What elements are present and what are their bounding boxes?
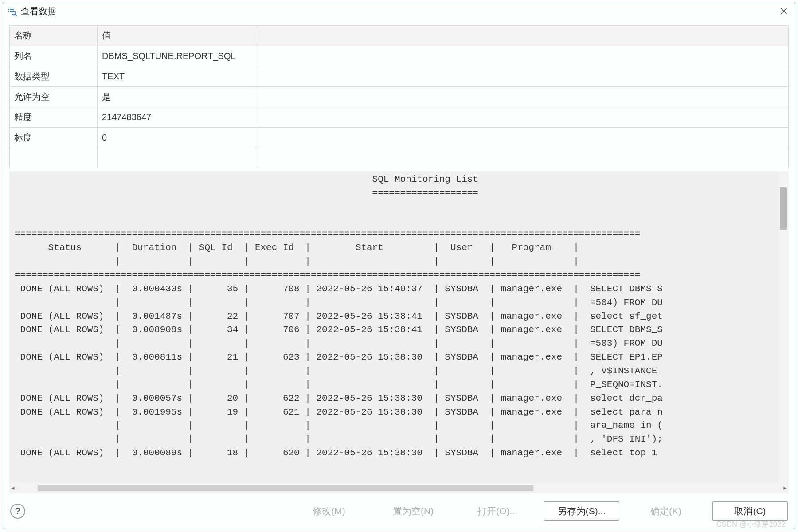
prop-header-name: 名称 <box>10 26 98 46</box>
svg-line-7 <box>15 14 17 16</box>
scroll-right-icon[interactable]: ► <box>782 485 789 491</box>
title-bar: 查看数据 <box>3 2 795 20</box>
open-button[interactable]: 打开(O)... <box>460 501 535 521</box>
prop-name: 允许为空 <box>10 87 98 107</box>
view-data-icon <box>8 6 17 16</box>
properties-table: 名称 值 列名DBMS_SQLTUNE.REPORT_SQL数据类型TEXT允许… <box>9 25 789 168</box>
prop-blank <box>257 66 789 87</box>
set-null-button[interactable]: 置为空(N) <box>376 501 451 521</box>
prop-value: TEXT <box>98 66 257 87</box>
prop-name: 列名 <box>10 46 98 66</box>
watermark: CSDN @小绿芽2022 <box>716 520 786 529</box>
prop-header-blank <box>257 26 789 46</box>
prop-blank <box>257 107 789 128</box>
prop-row-empty <box>10 148 789 168</box>
prop-value: DBMS_SQLTUNE.REPORT_SQL <box>98 46 257 66</box>
prop-name: 数据类型 <box>10 66 98 87</box>
prop-value: 是 <box>98 87 257 107</box>
svg-rect-2 <box>8 11 9 12</box>
prop-header-value: 值 <box>98 26 257 46</box>
content-area: SQL Monitoring List =================== … <box>9 171 789 493</box>
prop-row[interactable]: 精度2147483647 <box>10 107 789 128</box>
svg-rect-1 <box>8 9 9 10</box>
prop-name: 标度 <box>10 128 98 148</box>
prop-blank <box>257 87 789 107</box>
prop-name: 精度 <box>10 107 98 128</box>
close-icon <box>780 7 788 15</box>
help-button[interactable]: ? <box>10 504 25 519</box>
svg-rect-0 <box>8 8 9 8</box>
ok-button[interactable]: 确定(K) <box>628 501 704 521</box>
svg-rect-4 <box>10 9 14 10</box>
cancel-button[interactable]: 取消(C) <box>712 501 788 521</box>
close-button[interactable] <box>777 4 790 18</box>
horizontal-scrollbar[interactable]: ◄ ► <box>9 483 789 493</box>
prop-row[interactable]: 列名DBMS_SQLTUNE.REPORT_SQL <box>10 46 789 66</box>
prop-value: 2147483647 <box>98 107 257 128</box>
scroll-left-icon[interactable]: ◄ <box>9 485 16 491</box>
vertical-scrollbar[interactable] <box>778 171 789 483</box>
dialog-title: 查看数据 <box>21 5 777 17</box>
view-data-dialog: 查看数据 名称 值 列名DBMS_SQLTUNE.REPORT_SQL数据类型T… <box>3 2 795 529</box>
prop-blank <box>257 128 789 148</box>
prop-row[interactable]: 数据类型TEXT <box>10 66 789 87</box>
prop-row[interactable]: 允许为空是 <box>10 87 789 107</box>
save-as-button[interactable]: 另存为(S)... <box>544 501 619 521</box>
modify-button[interactable]: 修改(M) <box>291 501 367 521</box>
prop-blank <box>257 46 789 66</box>
dialog-footer: ? 修改(M) 置为空(N) 打开(O)... 另存为(S)... 确定(K) … <box>3 493 795 529</box>
sql-monitor-text[interactable]: SQL Monitoring List =================== … <box>9 171 789 465</box>
vertical-scroll-thumb[interactable] <box>780 187 787 230</box>
prop-row[interactable]: 标度0 <box>10 128 789 148</box>
svg-rect-3 <box>10 8 14 8</box>
prop-value: 0 <box>98 128 257 148</box>
horizontal-scroll-thumb[interactable] <box>38 485 533 491</box>
